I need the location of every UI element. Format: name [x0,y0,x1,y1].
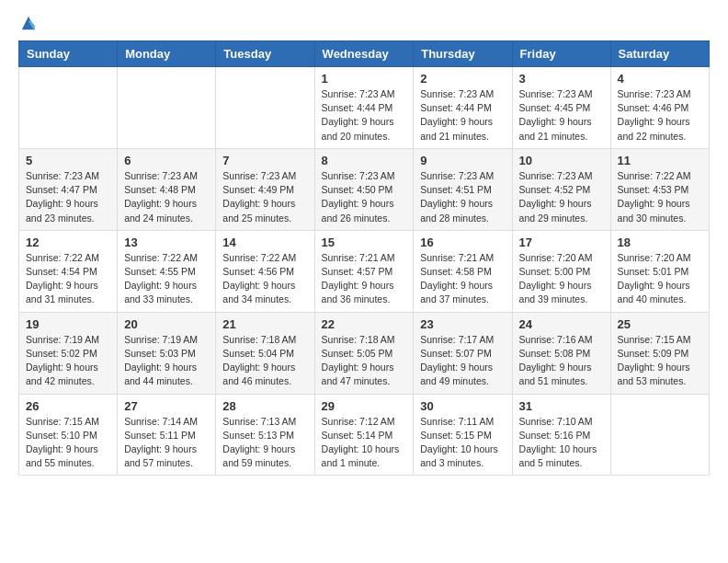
day-number: 28 [222,399,307,413]
calendar-cell: 22Sunrise: 7:18 AMSunset: 5:05 PMDayligh… [314,312,414,394]
calendar-cell: 30Sunrise: 7:11 AMSunset: 5:15 PMDayligh… [414,394,512,476]
day-number: 3 [519,72,604,86]
day-number: 19 [26,317,110,331]
weekday-header-saturday: Saturday [610,41,709,67]
calendar-cell: 31Sunrise: 7:10 AMSunset: 5:16 PMDayligh… [512,394,610,476]
weekday-header-sunday: Sunday [19,41,118,67]
day-number: 7 [222,154,307,167]
day-number: 22 [322,317,407,331]
calendar-cell [610,394,709,476]
day-number: 20 [124,317,209,331]
calendar-cell: 8Sunrise: 7:23 AMSunset: 4:50 PMDaylight… [314,148,414,230]
day-info: Sunrise: 7:23 AMSunset: 4:49 PMDaylight:… [222,169,307,225]
day-number: 1 [322,72,407,86]
calendar-cell: 6Sunrise: 7:23 AMSunset: 4:48 PMDaylight… [118,148,216,230]
weekday-header-friday: Friday [512,41,610,67]
day-info: Sunrise: 7:18 AMSunset: 5:04 PMDaylight:… [222,333,307,389]
calendar-cell: 5Sunrise: 7:23 AMSunset: 4:47 PMDaylight… [19,148,118,230]
calendar-cell: 24Sunrise: 7:16 AMSunset: 5:08 PMDayligh… [512,312,610,394]
logo [18,15,37,31]
day-info: Sunrise: 7:22 AMSunset: 4:55 PMDaylight:… [124,251,209,307]
calendar-cell: 16Sunrise: 7:21 AMSunset: 4:58 PMDayligh… [414,230,512,312]
day-info: Sunrise: 7:23 AMSunset: 4:47 PMDaylight:… [26,169,110,225]
day-info: Sunrise: 7:20 AMSunset: 5:01 PMDaylight:… [618,251,702,307]
calendar: SundayMondayTuesdayWednesdayThursdayFrid… [18,40,710,476]
day-info: Sunrise: 7:23 AMSunset: 4:45 PMDaylight:… [519,87,604,144]
weekday-header-monday: Monday [118,41,216,67]
day-number: 31 [519,399,604,413]
calendar-week-2: 5Sunrise: 7:23 AMSunset: 4:47 PMDaylight… [19,148,710,230]
day-number: 30 [420,399,505,413]
day-info: Sunrise: 7:17 AMSunset: 5:07 PMDaylight:… [420,333,505,389]
day-number: 6 [124,154,209,167]
calendar-cell: 7Sunrise: 7:23 AMSunset: 4:49 PMDaylight… [216,148,314,230]
calendar-cell: 10Sunrise: 7:23 AMSunset: 4:52 PMDayligh… [512,148,610,230]
day-info: Sunrise: 7:23 AMSunset: 4:46 PMDaylight:… [618,87,702,144]
day-number: 29 [322,399,407,413]
day-info: Sunrise: 7:13 AMSunset: 5:13 PMDaylight:… [222,415,307,471]
day-number: 9 [420,154,505,167]
day-info: Sunrise: 7:19 AMSunset: 5:02 PMDaylight:… [26,333,110,389]
calendar-cell [118,67,216,149]
day-number: 27 [124,399,209,413]
logo-icon [20,15,37,31]
day-info: Sunrise: 7:23 AMSunset: 4:52 PMDaylight:… [519,169,604,225]
day-number: 21 [222,317,307,331]
day-info: Sunrise: 7:16 AMSunset: 5:08 PMDaylight:… [519,333,604,389]
day-number: 14 [222,236,307,249]
calendar-cell: 19Sunrise: 7:19 AMSunset: 5:02 PMDayligh… [19,312,118,394]
day-number: 10 [519,154,604,167]
calendar-cell: 14Sunrise: 7:22 AMSunset: 4:56 PMDayligh… [216,230,314,312]
calendar-week-5: 26Sunrise: 7:15 AMSunset: 5:10 PMDayligh… [19,394,710,476]
day-number: 18 [618,236,702,249]
weekday-header-tuesday: Tuesday [216,41,314,67]
day-info: Sunrise: 7:20 AMSunset: 5:00 PMDaylight:… [519,251,604,307]
calendar-cell: 9Sunrise: 7:23 AMSunset: 4:51 PMDaylight… [414,148,512,230]
calendar-header-row: SundayMondayTuesdayWednesdayThursdayFrid… [19,41,710,67]
day-info: Sunrise: 7:23 AMSunset: 4:44 PMDaylight:… [322,87,407,144]
day-info: Sunrise: 7:23 AMSunset: 4:44 PMDaylight:… [420,87,505,144]
calendar-cell: 21Sunrise: 7:18 AMSunset: 5:04 PMDayligh… [216,312,314,394]
day-number: 15 [322,236,407,249]
day-info: Sunrise: 7:23 AMSunset: 4:50 PMDaylight:… [322,169,407,225]
day-info: Sunrise: 7:15 AMSunset: 5:09 PMDaylight:… [618,333,702,389]
calendar-cell: 26Sunrise: 7:15 AMSunset: 5:10 PMDayligh… [19,394,118,476]
calendar-week-3: 12Sunrise: 7:22 AMSunset: 4:54 PMDayligh… [19,230,710,312]
calendar-cell: 25Sunrise: 7:15 AMSunset: 5:09 PMDayligh… [610,312,709,394]
calendar-cell [19,67,118,149]
day-info: Sunrise: 7:22 AMSunset: 4:54 PMDaylight:… [26,251,110,307]
day-info: Sunrise: 7:18 AMSunset: 5:05 PMDaylight:… [322,333,407,389]
day-number: 24 [519,317,604,331]
calendar-cell: 11Sunrise: 7:22 AMSunset: 4:53 PMDayligh… [610,148,709,230]
header [18,15,710,31]
day-number: 5 [26,154,110,167]
day-info: Sunrise: 7:12 AMSunset: 5:14 PMDaylight:… [322,415,407,471]
day-info: Sunrise: 7:14 AMSunset: 5:11 PMDaylight:… [124,415,209,471]
day-number: 17 [519,236,604,249]
calendar-cell: 3Sunrise: 7:23 AMSunset: 4:45 PMDaylight… [512,67,610,149]
weekday-header-wednesday: Wednesday [314,41,414,67]
day-number: 11 [618,154,702,167]
calendar-cell: 23Sunrise: 7:17 AMSunset: 5:07 PMDayligh… [414,312,512,394]
day-number: 25 [618,317,702,331]
day-number: 8 [322,154,407,167]
day-info: Sunrise: 7:23 AMSunset: 4:48 PMDaylight:… [124,169,209,225]
day-info: Sunrise: 7:21 AMSunset: 4:57 PMDaylight:… [322,251,407,307]
day-number: 23 [420,317,505,331]
day-info: Sunrise: 7:23 AMSunset: 4:51 PMDaylight:… [420,169,505,225]
calendar-cell: 28Sunrise: 7:13 AMSunset: 5:13 PMDayligh… [216,394,314,476]
calendar-cell: 18Sunrise: 7:20 AMSunset: 5:01 PMDayligh… [610,230,709,312]
page: SundayMondayTuesdayWednesdayThursdayFrid… [0,0,728,494]
calendar-week-4: 19Sunrise: 7:19 AMSunset: 5:02 PMDayligh… [19,312,710,394]
calendar-cell: 1Sunrise: 7:23 AMSunset: 4:44 PMDaylight… [314,67,414,149]
day-info: Sunrise: 7:21 AMSunset: 4:58 PMDaylight:… [420,251,505,307]
day-number: 4 [618,72,702,86]
calendar-cell: 17Sunrise: 7:20 AMSunset: 5:00 PMDayligh… [512,230,610,312]
calendar-cell: 12Sunrise: 7:22 AMSunset: 4:54 PMDayligh… [19,230,118,312]
calendar-cell: 2Sunrise: 7:23 AMSunset: 4:44 PMDaylight… [414,67,512,149]
day-number: 2 [420,72,505,86]
calendar-cell: 29Sunrise: 7:12 AMSunset: 5:14 PMDayligh… [314,394,414,476]
day-info: Sunrise: 7:19 AMSunset: 5:03 PMDaylight:… [124,333,209,389]
day-number: 26 [26,399,110,413]
day-info: Sunrise: 7:11 AMSunset: 5:15 PMDaylight:… [420,415,505,471]
